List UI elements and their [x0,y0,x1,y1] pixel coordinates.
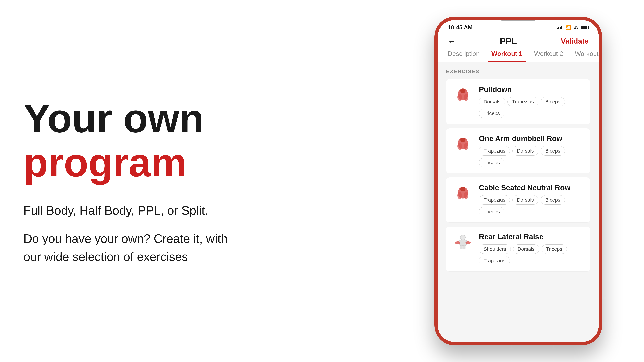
top-nav: ← PPL Validate [438,33,599,46]
left-section: Your own program Full Body, Half Body, P… [0,96,409,266]
lateral-name: Rear Lateral Raise [479,233,584,241]
nav-title: PPL [500,36,517,46]
tag-dorsals-4: Dorsals [513,244,539,254]
tab-workout3[interactable]: Workout 3 [572,46,599,61]
svg-point-2 [464,93,468,101]
headline-line1: Your own [24,96,409,140]
section-label: EXERCISES [446,68,590,74]
row-name: One Arm dumbbell Row [479,134,584,143]
battery-icon [581,26,589,29]
exercise-card-row: One Arm dumbbell Row Trapezius Dorsals B… [446,128,590,173]
tab-workout1[interactable]: Workout 1 [488,46,526,61]
svg-rect-13 [459,240,466,246]
svg-point-7 [460,138,466,142]
tag-dorsals-3: Dorsals [512,195,538,205]
svg-point-6 [464,143,468,150]
phone-notch [502,20,535,21]
exercise-card-cable: Cable Seated Neutral Row Trapezius Dorsa… [446,177,590,223]
tab-workout2[interactable]: Workout 2 [531,46,566,61]
tag-biceps-1: Biceps [541,97,565,106]
tag-shoulders: Shoulders [479,244,511,254]
tag-dorsals-2: Dorsals [512,146,538,156]
lateral-info: Rear Lateral Raise Shoulders Dorsals Tri… [479,233,584,266]
tag-trap-2: Trapezius [479,146,510,156]
svg-point-14 [455,241,460,244]
row-tags: Trapezius Dorsals Biceps Triceps [479,146,584,167]
tag-triceps-2: Triceps [479,158,504,167]
wifi-icon: 📶 [565,25,571,30]
pulldown-tags: Dorsals Trapezius Biceps Triceps [479,97,584,118]
status-icons: 📶 83 [557,25,589,30]
cable-icon [453,184,473,204]
svg-point-15 [466,241,470,244]
headline-line2: program [24,140,409,185]
tag-trap-3: Trapezius [479,195,510,205]
tag-biceps-2: Biceps [541,146,565,156]
status-time: 10:45 AM [448,24,472,31]
pulldown-info: Pulldown Dorsals Trapezius Biceps Tricep… [479,85,584,118]
phone-screen: 10:45 AM 📶 83 [438,20,599,342]
svg-rect-16 [460,246,462,249]
svg-point-9 [457,192,462,199]
status-bar: 10:45 AM 📶 83 [438,20,599,33]
svg-point-1 [457,93,462,101]
cable-info: Cable Seated Neutral Row Trapezius Dorsa… [479,184,584,216]
lateral-tags-2: Trapezius [479,256,584,266]
tag-biceps-3: Biceps [541,195,565,205]
cable-tags: Trapezius Dorsals Biceps Triceps [479,195,584,216]
row-icon [453,134,473,155]
subtext1: Full Body, Half Body, PPL, or Split. [24,201,409,220]
svg-point-3 [460,88,466,93]
lateral-icon [453,233,473,253]
pulldown-icon [453,85,473,105]
back-button[interactable]: ← [448,36,456,46]
tag-triceps-4: Triceps [542,244,567,254]
tag-dorsals-1: Dorsals [479,97,505,106]
exercise-card-lateral: Rear Lateral Raise Shoulders Dorsals Tri… [446,227,590,272]
tab-description[interactable]: Description [444,46,483,61]
right-section: 10:45 AM 📶 83 [409,17,644,345]
svg-point-5 [457,143,462,150]
tag-triceps-1: Triceps [479,109,504,118]
exercises-container: EXERCISES Pulldown [438,62,599,342]
tag-trap-4: Trapezius [479,256,510,266]
phone-frame: 10:45 AM 📶 83 [434,17,602,345]
validate-button[interactable]: Validate [561,37,589,45]
tag-triceps-3: Triceps [479,207,504,216]
svg-rect-17 [463,246,466,249]
tabs-row: Description Workout 1 Workout 2 Workout … [438,46,599,62]
pulldown-name: Pulldown [479,85,584,94]
signal-icon [557,26,562,29]
row-info: One Arm dumbbell Row Trapezius Dorsals B… [479,134,584,167]
subtext2: Do you have your own? Create it, with ou… [24,230,409,266]
lateral-tags: Shoulders Dorsals Triceps [479,244,584,254]
cable-name: Cable Seated Neutral Row [479,184,584,192]
battery-label: 83 [574,25,578,30]
svg-point-12 [460,235,466,240]
svg-point-10 [464,192,468,199]
exercise-card-pulldown: Pulldown Dorsals Trapezius Biceps Tricep… [446,79,590,124]
tag-trapezius-1: Trapezius [508,97,538,106]
svg-point-11 [460,187,466,191]
